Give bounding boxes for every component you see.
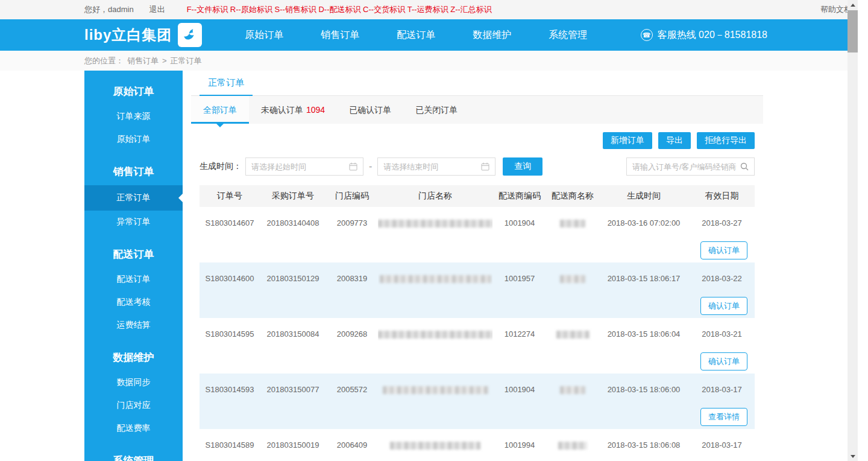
order-number-cell: S1803014607 — [200, 207, 260, 238]
redacted-text — [560, 386, 585, 394]
sidebar-item[interactable]: 正常订单 — [84, 185, 183, 211]
logout-link[interactable]: 退出 — [149, 4, 165, 15]
action-row: 查看详情 — [200, 405, 755, 429]
created-time-cell: 2018-03-15 18:06:08 — [599, 429, 689, 460]
order-number-cell: S1803014589 — [200, 429, 260, 460]
valid-date-cell: 2018-03-17 — [689, 429, 755, 460]
orders-table: 订单号采购订单号门店编码门店名称配送商编码配送商名称生成时间有效日期 S1803… — [200, 185, 755, 460]
sidebar-group-title[interactable]: 系统管理 — [84, 440, 183, 461]
order-number-cell: S1803014600 — [200, 262, 260, 294]
nav-item[interactable]: 数据维护 — [454, 19, 530, 51]
orders-table-head: 订单号采购订单号门店编码门店名称配送商编码配送商名称生成时间有效日期 — [200, 185, 755, 207]
end-date-input[interactable] — [377, 157, 495, 176]
filter-bar: 生成时间： - — [200, 157, 755, 176]
keyword-search-input[interactable] — [626, 157, 755, 176]
keyword-search-field[interactable] — [632, 162, 737, 171]
confirm-order-button[interactable]: 确认订单 — [700, 352, 747, 370]
store-code-cell: 2008319 — [326, 262, 378, 294]
subtab-label: 已关闭订单 — [415, 105, 458, 115]
sidebar-item[interactable]: 配送费率 — [84, 417, 183, 440]
redacted-text — [556, 331, 590, 339]
distributor-name-cell — [547, 262, 599, 294]
distributor-code-cell: 1001904 — [492, 207, 547, 238]
column-header: 配送商编码 — [492, 185, 547, 207]
hotline-text: 客服热线 020－81581818 — [658, 29, 767, 42]
toolbar-button[interactable]: 导出 — [658, 132, 691, 149]
subtab[interactable]: 已关闭订单 — [403, 96, 470, 124]
distributor-name-cell — [547, 374, 599, 405]
content-area: 原始订单订单来源原始订单销售订单正常订单异常订单配送订单配送订单配送考核运费结算… — [0, 71, 858, 461]
scrollbar-thumb[interactable] — [848, 10, 858, 52]
sidebar-item[interactable]: 订单来源 — [84, 105, 183, 128]
nav-item[interactable]: 原始订单 — [226, 19, 302, 51]
sidebar-item[interactable]: 异常订单 — [84, 211, 183, 234]
breadcrumb-prefix: 您的位置： — [84, 56, 124, 66]
sidebar-group-title[interactable]: 数据维护 — [84, 337, 183, 371]
sidebar-item[interactable]: 门店对应 — [84, 394, 183, 417]
scroll-down-arrow-icon[interactable] — [848, 451, 858, 461]
breadcrumb-item[interactable]: 销售订单 — [127, 56, 159, 66]
po-number-cell: 201803150019 — [260, 429, 326, 460]
breadcrumb-separator: > — [162, 56, 167, 65]
distributor-code-cell: 1001994 — [492, 429, 547, 460]
distributor-code-cell: 1001957 — [492, 262, 547, 294]
start-date-input[interactable] — [245, 157, 363, 176]
page-tabs: 正常订单 — [191, 71, 763, 96]
store-name-cell — [378, 262, 492, 294]
subtab[interactable]: 全部订单 — [191, 96, 249, 124]
phone-icon: ☎ — [641, 29, 653, 41]
tab-normal-orders[interactable]: 正常订单 — [200, 71, 253, 96]
action-cell: 确认订单 — [200, 349, 755, 374]
query-button[interactable]: 查询 — [503, 157, 542, 176]
breadcrumb: 您的位置： 销售订单>正常订单 — [0, 51, 858, 71]
sidebar-item[interactable]: 配送考核 — [84, 291, 183, 314]
subtab-label: 全部订单 — [203, 105, 237, 115]
nav-item[interactable]: 配送订单 — [378, 19, 454, 51]
confirm-order-button[interactable]: 确认订单 — [700, 297, 747, 315]
action-cell: 确认订单 — [200, 294, 755, 318]
subtab[interactable]: 已确认订单 — [337, 96, 403, 124]
sidebar-item[interactable]: 数据同步 — [84, 371, 183, 394]
sidebar-group-title[interactable]: 原始订单 — [84, 71, 183, 105]
distributor-name-cell — [547, 318, 599, 349]
view-detail-button[interactable]: 查看详情 — [700, 408, 747, 426]
sidebar-group-title[interactable]: 销售订单 — [84, 151, 183, 185]
redacted-text — [383, 386, 488, 394]
store-name-cell — [378, 374, 492, 405]
column-header: 门店编码 — [326, 185, 378, 207]
nav-item[interactable]: 系统管理 — [530, 19, 606, 51]
service-hotline: ☎ 客服热线 020－81581818 — [641, 29, 767, 42]
sidebar-item[interactable]: 运费结算 — [84, 314, 183, 337]
subtab[interactable]: 未确认订单1094 — [249, 96, 337, 124]
redacted-text — [560, 275, 585, 283]
generated-time-label: 生成时间： — [200, 161, 242, 172]
toolbar-button[interactable]: 拒绝行导出 — [697, 132, 755, 149]
breadcrumb-item[interactable]: 正常订单 — [171, 56, 202, 66]
brand-logo[interactable]: liby立白集团 — [84, 23, 202, 47]
toolbar-button[interactable]: 新增订单 — [603, 132, 652, 149]
vertical-scrollbar[interactable] — [848, 0, 858, 461]
app-window: 您好，dadmin 退出 F--文件标识 R--原始标识 S--销售标识 D--… — [0, 0, 858, 461]
created-time-cell: 2018-03-16 07:02:00 — [599, 207, 689, 238]
po-number-cell: 201803140408 — [260, 207, 326, 238]
end-date-field[interactable] — [383, 162, 477, 171]
table-row: S180301458920180315001920064091001994201… — [200, 429, 755, 460]
confirm-order-button[interactable]: 确认订单 — [700, 241, 747, 259]
distributor-name-cell — [547, 207, 599, 238]
sidebar-group-title[interactable]: 配送订单 — [84, 234, 183, 268]
nav-item[interactable]: 销售订单 — [302, 19, 378, 51]
subtab-label: 未确认订单 — [261, 105, 303, 115]
redacted-text — [380, 275, 491, 283]
column-header: 有效日期 — [689, 185, 755, 207]
table-row: S180301459520180315008420092681012274201… — [200, 318, 755, 349]
po-number-cell: 201803150077 — [260, 374, 326, 405]
scroll-up-arrow-icon[interactable] — [848, 0, 858, 10]
sidebar-item[interactable]: 配送订单 — [84, 268, 183, 291]
sidebar: 原始订单订单来源原始订单销售订单正常订单异常订单配送订单配送订单配送考核运费结算… — [84, 71, 183, 461]
column-header: 生成时间 — [599, 185, 689, 207]
sidebar-item[interactable]: 原始订单 — [84, 128, 183, 151]
action-row: 确认订单 — [200, 294, 755, 318]
created-time-cell: 2018-03-15 18:06:04 — [599, 318, 689, 349]
table-row: S180301460020180315012920083191001957201… — [200, 262, 755, 294]
start-date-field[interactable] — [251, 162, 345, 171]
